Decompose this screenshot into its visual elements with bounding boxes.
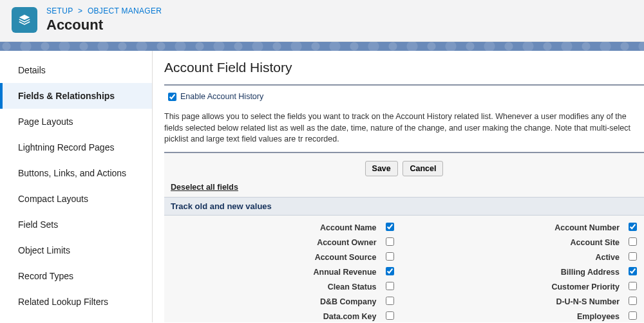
sidebar-item[interactable]: Related Lookup Filters bbox=[0, 289, 152, 315]
field-row: D&B Company bbox=[171, 295, 395, 309]
field-row: Annual Revenue bbox=[171, 265, 395, 280]
save-button[interactable]: Save bbox=[365, 161, 398, 176]
field-row: Account Source bbox=[171, 250, 395, 265]
section-header: Track old and new values bbox=[164, 197, 644, 216]
main-title: Account Field History bbox=[164, 60, 644, 75]
field-label: Employees bbox=[577, 312, 620, 321]
field-check-wrap bbox=[386, 267, 395, 277]
field-row: Account Owner bbox=[171, 235, 395, 250]
field-check-wrap bbox=[629, 297, 638, 307]
enable-history-checkbox[interactable] bbox=[168, 93, 176, 101]
enable-history-row: Enable Account History bbox=[164, 89, 644, 107]
field-row: D-U-N-S Number bbox=[414, 295, 638, 309]
field-checkbox[interactable] bbox=[386, 252, 394, 261]
field-label: Account Name bbox=[320, 223, 377, 232]
field-label: Active bbox=[595, 253, 620, 262]
field-check-wrap bbox=[629, 267, 638, 277]
field-checkbox[interactable] bbox=[386, 311, 394, 320]
field-label: Clean Status bbox=[328, 282, 377, 291]
field-check-wrap bbox=[386, 282, 395, 292]
field-label: Billing Address bbox=[561, 268, 620, 277]
sidebar-item[interactable]: Fields & Relationships bbox=[0, 83, 152, 109]
fields-grid: Account NameAccount OwnerAccount SourceA… bbox=[164, 216, 644, 323]
field-label: Account Number bbox=[554, 223, 620, 232]
field-check-wrap bbox=[386, 297, 395, 307]
field-check-wrap bbox=[629, 223, 638, 233]
sidebar-item[interactable]: Details bbox=[0, 57, 152, 83]
field-row: Customer Priority bbox=[414, 280, 638, 295]
field-checkbox[interactable] bbox=[386, 282, 394, 290]
deselect-row: Deselect all fields bbox=[164, 183, 644, 197]
breadcrumb-setup[interactable]: SETUP bbox=[46, 6, 73, 15]
field-checkbox[interactable] bbox=[386, 297, 394, 305]
sidebar-item[interactable]: Record Types bbox=[0, 263, 152, 289]
field-check-wrap bbox=[629, 252, 638, 263]
breadcrumb-object-manager[interactable]: OBJECT MANAGER bbox=[88, 6, 162, 15]
field-check-wrap bbox=[386, 311, 395, 322]
field-check-wrap bbox=[629, 237, 638, 248]
breadcrumb-sep: > bbox=[78, 6, 82, 15]
field-row: Data.com Key bbox=[171, 309, 395, 323]
field-label: Account Owner bbox=[317, 238, 376, 247]
field-checkbox[interactable] bbox=[386, 237, 394, 246]
field-row: Active bbox=[414, 250, 638, 265]
field-check-wrap bbox=[386, 252, 395, 263]
enable-history-label[interactable]: Enable Account History bbox=[180, 92, 263, 101]
field-check-wrap bbox=[629, 282, 638, 292]
deselect-all-link[interactable]: Deselect all fields bbox=[171, 183, 238, 192]
fields-column-right: Account NumberAccount SiteActiveBilling … bbox=[414, 221, 638, 323]
field-row: Billing Address bbox=[414, 265, 638, 280]
header: SETUP > OBJECT MANAGER Account bbox=[0, 0, 644, 42]
button-row: Save Cancel bbox=[164, 158, 644, 183]
field-checkbox[interactable] bbox=[386, 223, 394, 231]
field-checkbox[interactable] bbox=[629, 311, 637, 320]
description-text: This page allows you to select the field… bbox=[164, 111, 644, 145]
layers-icon bbox=[17, 13, 32, 27]
field-label: Account Site bbox=[571, 238, 620, 247]
field-label: Account Source bbox=[315, 253, 377, 262]
field-checkbox[interactable] bbox=[386, 267, 394, 275]
sidebar-item[interactable]: Search Layouts bbox=[0, 315, 152, 322]
field-row: Account Site bbox=[414, 235, 638, 250]
header-text: SETUP > OBJECT MANAGER Account bbox=[46, 6, 162, 33]
sidebar-item[interactable]: Page Layouts bbox=[0, 109, 152, 134]
sidebar-item[interactable]: Object Limits bbox=[0, 237, 152, 263]
field-checkbox[interactable] bbox=[629, 282, 637, 290]
fields-column-left: Account NameAccount OwnerAccount SourceA… bbox=[171, 221, 395, 323]
sidebar-item[interactable]: Lightning Record Pages bbox=[0, 134, 152, 160]
field-label: Customer Priority bbox=[551, 282, 620, 291]
field-row: Account Number bbox=[414, 221, 638, 235]
breadcrumb: SETUP > OBJECT MANAGER bbox=[46, 6, 162, 15]
field-checkbox[interactable] bbox=[629, 223, 637, 231]
field-check-wrap bbox=[386, 237, 395, 248]
field-label: D-U-N-S Number bbox=[556, 297, 620, 306]
field-label: Data.com Key bbox=[323, 312, 377, 321]
pattern-bar bbox=[0, 42, 644, 51]
field-checkbox[interactable] bbox=[629, 267, 637, 275]
field-label: D&B Company bbox=[320, 297, 377, 306]
field-checkbox[interactable] bbox=[629, 252, 637, 261]
sidebar-item[interactable]: Compact Layouts bbox=[0, 186, 152, 212]
cancel-button[interactable]: Cancel bbox=[402, 161, 443, 176]
field-check-wrap bbox=[386, 223, 395, 233]
sidebar: DetailsFields & RelationshipsPage Layout… bbox=[0, 51, 153, 322]
sidebar-item[interactable]: Buttons, Links, and Actions bbox=[0, 160, 152, 186]
field-checkbox[interactable] bbox=[629, 297, 637, 305]
panel: Enable Account History This page allows … bbox=[164, 84, 644, 322]
field-label: Annual Revenue bbox=[314, 268, 377, 277]
field-checkbox[interactable] bbox=[629, 237, 637, 246]
field-row: Clean Status bbox=[171, 280, 395, 295]
field-row: Account Name bbox=[171, 221, 395, 235]
field-check-wrap bbox=[629, 311, 638, 322]
field-row: Employees bbox=[414, 309, 638, 323]
app-icon bbox=[12, 7, 37, 33]
main: Account Field History Enable Account His… bbox=[153, 51, 644, 322]
inner-panel: Save Cancel Deselect all fields Track ol… bbox=[164, 152, 644, 323]
page-title: Account bbox=[46, 17, 162, 33]
sidebar-item[interactable]: Field Sets bbox=[0, 212, 152, 237]
